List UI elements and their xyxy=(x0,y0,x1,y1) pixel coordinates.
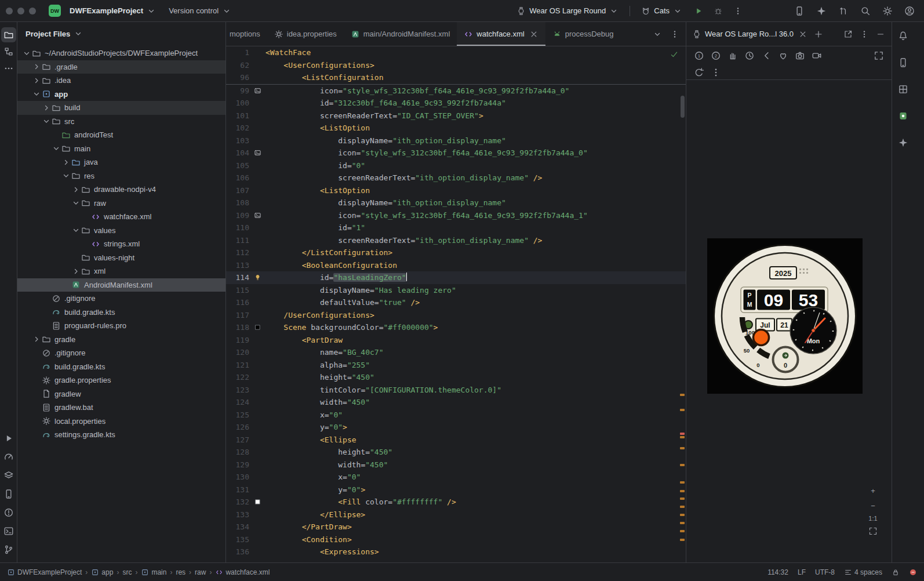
bulb-gutter-icon[interactable] xyxy=(252,271,263,284)
code-line-120[interactable]: 120 name="BG_40c7" xyxy=(226,346,686,359)
stripe-mark[interactable] xyxy=(680,498,685,500)
code-line-132[interactable]: 132 <Fill color="#ffffffff" /> xyxy=(226,496,686,509)
tree-item-gradle[interactable]: .gradle xyxy=(17,60,225,74)
code-line-117[interactable]: 117 /UserConfigurations> xyxy=(226,309,686,322)
close-window-button[interactable] xyxy=(6,8,13,14)
line-number[interactable]: 113 xyxy=(226,259,252,272)
tree-item-app[interactable]: app xyxy=(17,88,225,101)
chevron-right-icon[interactable] xyxy=(71,185,81,194)
code-line-1[interactable]: 1<WatchFace xyxy=(226,46,686,59)
file-encoding[interactable]: UTF-8 xyxy=(815,568,835,576)
hidden-tabs-icon[interactable] xyxy=(650,27,665,42)
line-number[interactable]: 110 xyxy=(226,221,252,234)
line-number[interactable]: 124 xyxy=(226,396,252,409)
code-line-103[interactable]: 103 displayName="ith_option_display_name… xyxy=(226,135,686,147)
breadcrumb-main[interactable]: main xyxy=(141,568,166,576)
breadcrumb-watchface-xml[interactable]: watchface.xml xyxy=(215,568,270,576)
code-line-109[interactable]: 109 icon="style_wfs_312c30bf_f64a_461e_9… xyxy=(226,209,686,222)
line-number[interactable]: 100 xyxy=(226,97,252,110)
line-number[interactable]: 109 xyxy=(226,209,252,222)
tree-item-values-night[interactable]: values-night xyxy=(17,251,225,265)
tab-moptions[interactable]: moptions xyxy=(226,22,267,46)
run-button[interactable] xyxy=(1,431,16,446)
chevron-right-icon[interactable] xyxy=(61,158,71,167)
code-line-115[interactable]: 115 displayName="Has leading zero" xyxy=(226,284,686,297)
gemini-assistant-button[interactable] xyxy=(896,135,911,150)
line-number[interactable]: 131 xyxy=(226,484,252,496)
palm-button[interactable] xyxy=(726,49,740,63)
lock-icon[interactable] xyxy=(892,568,900,576)
line-number[interactable]: 132 xyxy=(226,496,252,509)
tree-item-strings-xml[interactable]: strings.xml xyxy=(17,237,225,251)
img-gutter-icon[interactable] xyxy=(252,147,263,159)
tab-main-androidmanifest-xml[interactable]: main/AndroidManifest.xml xyxy=(344,22,457,46)
tree-item-local-properties[interactable]: local.properties xyxy=(17,415,225,429)
screen-record-button[interactable] xyxy=(810,49,824,63)
chevron-right-icon[interactable] xyxy=(32,335,42,344)
code-line-101[interactable]: 101 screenReaderText="ID_CAT_STEP_OVER"> xyxy=(226,110,686,122)
minimize-window-button[interactable] xyxy=(17,8,24,14)
stripe-mark[interactable] xyxy=(680,522,685,524)
line-number[interactable]: 1 xyxy=(226,46,252,59)
close-icon[interactable] xyxy=(798,30,807,39)
tree-item-androidstudioprojects-dwfexampleproject[interactable]: ~/AndroidStudioProjects/DWFExampleProjec… xyxy=(17,46,225,60)
project-panel-header[interactable]: Project Files xyxy=(17,22,225,45)
code-line-136[interactable]: 136 <Expressions> xyxy=(226,546,686,558)
stripe-mark[interactable] xyxy=(680,394,685,396)
line-number[interactable]: 99 xyxy=(226,85,252,97)
back-button[interactable] xyxy=(759,49,773,63)
code-line-133[interactable]: 133 </Ellipse> xyxy=(226,509,686,521)
code-line-106[interactable]: 106 screenReaderText="ith_option_display… xyxy=(226,172,686,184)
tree-item-java[interactable]: java xyxy=(17,155,225,169)
tree-item-values[interactable]: values xyxy=(17,224,225,238)
project-menu[interactable]: DWFExampleProject xyxy=(66,4,160,18)
tree-item-build-gradle-kts[interactable]: build.gradle.kts xyxy=(17,306,225,319)
line-number[interactable]: 111 xyxy=(226,234,252,247)
line-number[interactable]: 134 xyxy=(226,521,252,533)
stripe-mark[interactable] xyxy=(680,464,685,466)
reset-view-button[interactable] xyxy=(692,66,706,79)
line-number[interactable]: 118 xyxy=(226,321,252,334)
tab-options-icon[interactable] xyxy=(667,27,682,42)
code-line-131[interactable]: 131 y="0"> xyxy=(226,484,686,496)
tree-item-gradle-properties[interactable]: gradle.properties xyxy=(17,373,225,387)
line-number[interactable]: 122 xyxy=(226,371,252,384)
code-line-62[interactable]: 62 <UserConfigurations> xyxy=(226,59,686,72)
tree-item-watchface-xml[interactable]: watchface.xml xyxy=(17,210,225,224)
stripe-mark[interactable] xyxy=(680,409,685,411)
stripe-mark[interactable] xyxy=(680,436,685,438)
line-number[interactable]: 106 xyxy=(226,172,252,184)
code-line-119[interactable]: 119 <PartDraw xyxy=(226,334,686,347)
tree-item-proguard-rules-pro[interactable]: proguard-rules.pro xyxy=(17,319,225,333)
tree-item-res[interactable]: res xyxy=(17,169,225,183)
tree-item-build[interactable]: build xyxy=(17,101,225,115)
profiler-button[interactable] xyxy=(1,449,16,464)
code-line-100[interactable]: 100 id="312c30bf_f64a_461e_9c93_992f2fb7… xyxy=(226,97,686,110)
tree-item-settings-gradle-kts[interactable]: settings.gradle.kts xyxy=(17,428,225,442)
code-line-102[interactable]: 102 <ListOption xyxy=(226,122,686,135)
breadcrumb-src[interactable]: src xyxy=(122,568,132,576)
panel-options-icon[interactable] xyxy=(857,27,872,42)
device-selector[interactable]: Wear OS Large Round xyxy=(512,4,623,18)
code-line-128[interactable]: 128 height="450" xyxy=(226,446,686,459)
tree-item-androidmanifest-xml[interactable]: AndroidManifest.xml xyxy=(17,278,225,292)
problems-button[interactable] xyxy=(1,505,16,520)
stripe-mark[interactable] xyxy=(680,514,685,516)
code-line-126[interactable]: 126 y="0"> xyxy=(226,421,686,434)
profile-button[interactable] xyxy=(902,3,917,19)
inspections-ok-icon[interactable] xyxy=(670,50,679,59)
notifications-error-icon[interactable] xyxy=(909,568,917,576)
chevron-right-icon[interactable] xyxy=(32,62,42,71)
add-device-button[interactable] xyxy=(811,27,826,42)
chevron-down-icon[interactable] xyxy=(71,198,81,208)
structure-button[interactable] xyxy=(1,44,16,59)
line-number[interactable]: 130 xyxy=(226,471,252,484)
line-number[interactable]: 119 xyxy=(226,334,252,347)
vcs-menu[interactable]: Version control xyxy=(165,4,235,18)
code-line-112[interactable]: 112 </ListConfiguration> xyxy=(226,246,686,259)
line-number[interactable]: 103 xyxy=(226,135,252,147)
tree-item-drawable-nodpi-v4[interactable]: drawable-nodpi-v4 xyxy=(17,183,225,197)
stripe-mark[interactable] xyxy=(680,490,685,492)
code-line-121[interactable]: 121 alpha="255" xyxy=(226,359,686,372)
img-gutter-icon[interactable] xyxy=(252,85,263,97)
